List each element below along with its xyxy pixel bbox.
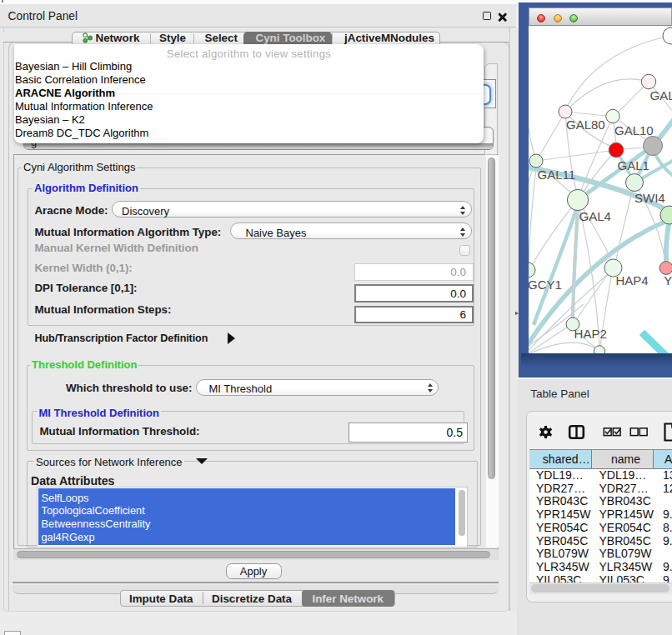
- svg-text:GAL80: GAL80: [566, 118, 605, 132]
- svg-text:GAL4: GAL4: [579, 209, 611, 223]
- svg-text:HAP4: HAP4: [616, 273, 649, 288]
- svg-text:GAL10: GAL10: [614, 123, 654, 138]
- svg-text:Y: Y: [664, 273, 672, 288]
- svg-text:GAL11: GAL11: [538, 168, 576, 182]
- svg-text:GCY1: GCY1: [529, 278, 562, 292]
- svg-text:GAL1: GAL1: [618, 158, 649, 172]
- svg-text:SWI4: SWI4: [634, 191, 665, 205]
- svg-text:HAP2: HAP2: [574, 327, 607, 341]
- svg-text:GAL: GAL: [650, 88, 672, 102]
